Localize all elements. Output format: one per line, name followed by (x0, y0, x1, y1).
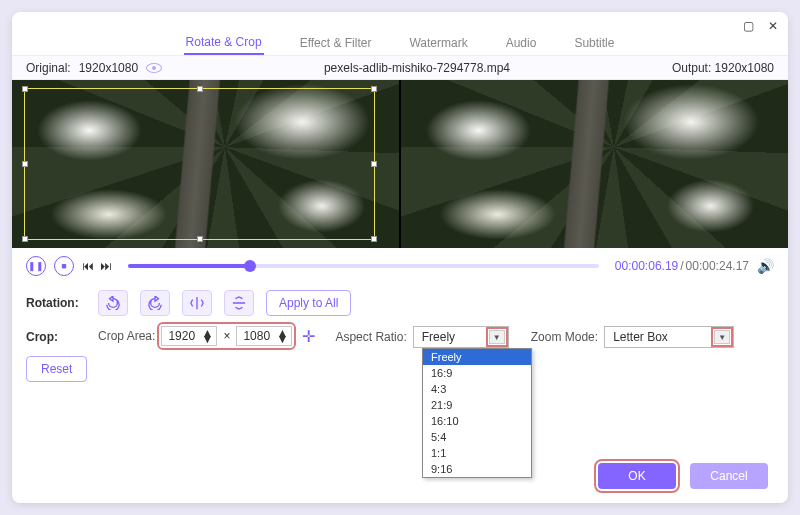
aspect-ratio-dropdown[interactable]: Freely16:94:321:916:105:41:19:16 (422, 348, 532, 478)
frame-nav: ⏮ ⏭ (82, 259, 112, 273)
crop-height-input[interactable]: 1080 ▲▼ (236, 326, 292, 346)
rotation-row: Rotation: Apply to All (12, 284, 788, 322)
rotate-right-button[interactable] (140, 290, 170, 316)
eye-icon[interactable] (146, 63, 162, 73)
zoom-mode-label: Zoom Mode: (531, 330, 598, 344)
rotation-label: Rotation: (26, 296, 86, 310)
crop-handle[interactable] (197, 236, 203, 242)
crop-row: Crop: Crop Area: 1920 ▲▼ × 1080 ▲▼ ✛ Asp… (12, 322, 788, 352)
playback-controls: ❚❚ ■ ⏮ ⏭ 00:00:06.19 / 00:00:24.17 🔊 (12, 248, 788, 284)
chevron-down-icon[interactable]: ▼ (714, 330, 730, 344)
aspect-option[interactable]: 1:1 (423, 445, 531, 461)
tab-subtitle[interactable]: Subtitle (572, 32, 616, 54)
aspect-option[interactable]: 4:3 (423, 381, 531, 397)
tab-audio[interactable]: Audio (504, 32, 539, 54)
crop-width-input[interactable]: 1920 ▲▼ (161, 326, 217, 346)
crop-handle[interactable] (22, 86, 28, 92)
preview-area (12, 80, 788, 248)
zoom-mode-select[interactable]: Letter Box ▼ (604, 326, 734, 348)
crop-handle[interactable] (22, 161, 28, 167)
cancel-button[interactable]: Cancel (690, 463, 768, 489)
crop-handle[interactable] (22, 236, 28, 242)
crop-selection[interactable] (24, 88, 375, 240)
crop-width-value: 1920 (168, 329, 195, 343)
original-label: Original: (26, 61, 71, 75)
crop-handle[interactable] (197, 86, 203, 92)
next-frame-icon[interactable]: ⏭ (100, 259, 112, 273)
time-sep: / (680, 259, 683, 273)
volume-icon[interactable]: 🔊 (757, 258, 774, 274)
chevron-down-icon[interactable]: ▼ (489, 330, 505, 344)
flip-vertical-button[interactable] (224, 290, 254, 316)
original-value: 1920x1080 (79, 61, 138, 75)
original-dims: Original: 1920x1080 (26, 61, 162, 75)
aspect-ratio-value: Freely (422, 330, 455, 344)
output-value: 1920x1080 (715, 61, 774, 75)
time-current: 00:00:06.19 (615, 259, 678, 273)
crop-handle[interactable] (371, 161, 377, 167)
crop-handle[interactable] (371, 86, 377, 92)
aspect-option[interactable]: Freely (423, 349, 531, 365)
aspect-option[interactable]: 16:9 (423, 365, 531, 381)
time-total: 00:00:24.17 (686, 259, 749, 273)
crop-area-label: Crop Area: (98, 329, 155, 343)
dialog-footer: OK Cancel (598, 463, 768, 489)
spin-down-icon[interactable]: ▼ (277, 337, 289, 342)
crop-area-group: Crop Area: 1920 ▲▼ × 1080 ▲▼ ✛ (98, 326, 319, 346)
tab-rotate-crop[interactable]: Rotate & Crop (184, 31, 264, 55)
preview-original[interactable] (12, 80, 399, 248)
seek-fill (128, 264, 250, 268)
aspect-ratio-select[interactable]: Freely ▼ (413, 326, 509, 348)
output-dims: Output: 1920x1080 (672, 61, 774, 75)
times-icon: × (223, 329, 230, 343)
reset-button[interactable]: Reset (26, 356, 87, 382)
pause-button[interactable]: ❚❚ (26, 256, 46, 276)
seek-thumb[interactable] (244, 260, 256, 272)
preview-output (399, 80, 788, 248)
filename: pexels-adlib-mishiko-7294778.mp4 (324, 61, 510, 75)
tab-effect-filter[interactable]: Effect & Filter (298, 32, 374, 54)
aspect-option[interactable]: 21:9 (423, 397, 531, 413)
spin-down-icon[interactable]: ▼ (201, 337, 213, 342)
crop-label: Crop: (26, 326, 86, 344)
aspect-option[interactable]: 5:4 (423, 429, 531, 445)
video-frame-output (401, 80, 788, 248)
crop-position-icon[interactable]: ✛ (302, 327, 315, 346)
stop-button[interactable]: ■ (54, 256, 74, 276)
tab-watermark[interactable]: Watermark (407, 32, 469, 54)
zoom-mode-value: Letter Box (613, 330, 668, 344)
crop-handle[interactable] (371, 236, 377, 242)
flip-horizontal-button[interactable] (182, 290, 212, 316)
apply-all-button[interactable]: Apply to All (266, 290, 351, 316)
maximize-button[interactable]: ▢ (743, 19, 754, 33)
aspect-ratio-label: Aspect Ratio: (335, 330, 406, 344)
rotate-left-button[interactable] (98, 290, 128, 316)
aspect-option[interactable]: 16:10 (423, 413, 531, 429)
info-bar: Original: 1920x1080 pexels-adlib-mishiko… (12, 56, 788, 80)
prev-frame-icon[interactable]: ⏮ (82, 259, 94, 273)
time-display: 00:00:06.19 / 00:00:24.17 (615, 259, 749, 273)
zoom-mode-field: Zoom Mode: Letter Box ▼ (531, 326, 734, 348)
close-button[interactable]: ✕ (768, 19, 778, 33)
output-label: Output: (672, 61, 711, 75)
crop-height-value: 1080 (243, 329, 270, 343)
editor-window: ▢ ✕ Rotate & Crop Effect & Filter Waterm… (12, 12, 788, 503)
aspect-option[interactable]: 9:16 (423, 461, 531, 477)
ok-button[interactable]: OK (598, 463, 676, 489)
aspect-ratio-field: Aspect Ratio: Freely ▼ (335, 326, 508, 348)
seek-slider[interactable] (128, 264, 599, 268)
tab-bar: Rotate & Crop Effect & Filter Watermark … (12, 30, 788, 56)
